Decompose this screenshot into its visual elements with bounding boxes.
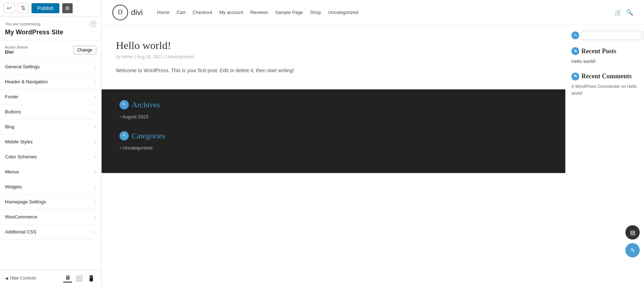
corner-button-1[interactable]: ▤ [625,225,640,240]
search-row: ✎ Search [571,31,638,40]
search-input[interactable] [581,31,641,40]
change-theme-button[interactable]: Change [73,46,96,54]
logo-icon: D [112,5,128,20]
footer-archives-widget: ✎ Archives August 2023 ✎ Categories Unca… [119,100,165,162]
customizing-label: You are customizing [5,22,40,26]
chevron-right-icon: › [95,124,96,129]
chevron-right-icon: › [95,230,96,235]
site-footer: ✎ Archives August 2023 ✎ Categories Unca… [102,89,565,173]
recent-posts-heading: ✎ Recent Posts [571,47,638,55]
nav-link-checkout[interactable]: Checkout [192,10,212,15]
active-theme-label: Active theme [5,45,28,49]
list-item: August 2023 [119,113,165,120]
nav-link-shop[interactable]: Shop [310,10,321,15]
post-meta-author: Admin [121,54,133,59]
menu-item-widgets[interactable]: Widgets › [0,179,101,194]
menu-item-color-schemes[interactable]: Color Schemes › [0,149,101,164]
archives-edit-icon[interactable]: ✎ [119,100,129,109]
customizer-menu-list: General Settings › Header & Navigation ›… [0,59,101,270]
mobile-view-button[interactable]: 📱 [86,274,96,282]
menu-item-label: Mobile Styles [5,139,33,144]
settings-button[interactable]: ⚙ [62,3,73,13]
recent-comments-widget: ✎ Recent Comments A WordPress Commenter … [571,73,638,97]
menu-item-homepage-settings[interactable]: Homepage Settings › [0,194,101,209]
post-meta: by Admin | Aug 16, 2023 | Uncategorized [116,54,551,59]
recent-comments-edit-icon[interactable]: ✎ [571,73,579,80]
chevron-right-icon: › [95,109,96,114]
chevron-right-icon: › [95,169,96,174]
on-label: on [621,84,627,89]
post-meta-date: Aug 16, 2023 [137,54,162,59]
nav-link-my-account[interactable]: My account [219,10,243,15]
menu-item-header-navigation[interactable]: Header & Navigation › [0,74,101,89]
menu-item-label: Widgets [5,184,22,189]
menu-item-label: Buttons [5,109,21,114]
nav-link-uncategorized[interactable]: Uncategorized [328,10,358,15]
blog-area: Hello world! by Admin | Aug 16, 2023 | U… [102,25,565,286]
archives-heading: ✎ Archives [119,100,165,109]
menu-item-label: Additional CSS [5,229,36,235]
chevron-right-icon: › [95,94,96,99]
search-icon[interactable]: 🔍 [626,9,633,16]
menu-item-buttons[interactable]: Buttons › [0,104,101,119]
chevron-right-icon: › [95,199,96,204]
categories-edit-icon[interactable]: ✎ [119,131,129,140]
chevron-right-icon: › [95,184,96,189]
chevron-right-icon: › [95,64,96,69]
menu-item-general-settings[interactable]: General Settings › [0,59,101,74]
list-item: Uncategorized [119,144,165,152]
footer-columns: ✎ Archives August 2023 ✎ Categories Unca… [119,100,547,162]
recent-posts-widget: ✎ Recent Posts Hello world! [571,47,638,65]
menu-item-mobile-styles[interactable]: Mobile Styles › [0,134,101,149]
chevron-right-icon: › [95,214,96,220]
preview-area: D divi Home Cart Checkout My account Rev… [102,0,644,286]
chevron-right-icon: › [95,154,96,159]
post-meta-by: by [116,54,121,59]
menu-item-label: Homepage Settings [5,199,46,204]
publish-button[interactable]: Publish [31,3,59,13]
nav-link-sample-page[interactable]: Sample Page [275,10,303,15]
chevron-right-icon: › [95,79,96,84]
corner-button-2[interactable]: ✎ [625,243,640,257]
customizer-sidebar: ↩ ⇅ Publish ⚙ You are customizing ? My W… [0,0,102,286]
menu-item-footer[interactable]: Footer › [0,89,101,104]
site-title: My WordPress Site [5,29,96,36]
help-icon[interactable]: ? [90,21,96,27]
recent-post-item[interactable]: Hello world! [571,58,638,65]
theme-section: Active theme Divi Change [0,41,101,59]
nav-link-home[interactable]: Home [157,10,170,15]
menu-item-additional-css[interactable]: Additional CSS › [0,225,101,240]
menu-item-label: Color Schemes [5,154,37,159]
logo-text: divi [131,8,143,17]
commenter-name: A WordPress Commenter [571,84,620,89]
site-header: D divi Home Cart Checkout My account Rev… [102,0,644,25]
desktop-view-button[interactable]: 🖥 [63,274,72,282]
archives-title: Archives [132,100,160,109]
search-edit-icon[interactable]: ✎ [571,31,579,39]
nav-link-cart[interactable]: Cart [177,10,186,15]
recent-posts-title: Recent Posts [581,48,616,55]
recent-posts-edit-icon[interactable]: ✎ [571,47,579,55]
post-title: Hello world! [116,39,551,51]
tablet-view-button[interactable]: ⬜ [74,274,84,282]
menu-item-menus[interactable]: Menus › [0,164,101,179]
menu-item-label: Menus [5,169,19,174]
menu-item-woocommerce[interactable]: WooCommerce › [0,209,101,225]
customizing-section: You are customizing ? My WordPress Site [0,16,101,41]
nav-link-reviews[interactable]: Reviews [250,10,268,15]
post-meta-category: Uncategorized [166,54,194,59]
undo-button[interactable]: ↩ [4,3,15,13]
archives-list: August 2023 [119,113,165,120]
theme-name: Divi [5,49,28,55]
hide-controls-button[interactable]: Hide Controls [5,276,36,281]
sidebar-footer: Hide Controls 🖥 ⬜ 📱 [0,270,101,286]
recent-comments-heading: ✎ Recent Comments [571,73,638,80]
menu-item-blog[interactable]: Blog › [0,119,101,134]
categories-list: Uncategorized [119,144,165,152]
logo-area: D divi [112,5,143,20]
cart-icon[interactable]: 🛒 [615,9,622,16]
reorder-button[interactable]: ⇅ [18,3,29,13]
menu-item-label: Header & Navigation [5,79,48,84]
view-switcher: 🖥 ⬜ 📱 [63,274,96,282]
nav-links: Home Cart Checkout My account Reviews Sa… [157,10,615,15]
